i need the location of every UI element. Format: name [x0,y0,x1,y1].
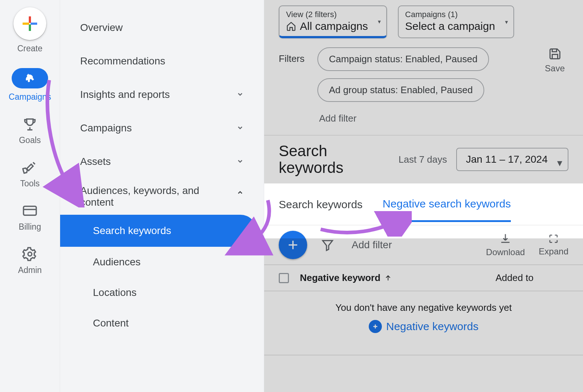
svg-rect-4 [24,206,36,215]
chevron-up-icon [236,185,244,199]
column-negative-keyword[interactable]: Negative keyword [300,272,485,284]
sidebar-label: Assets [80,156,111,167]
save-icon [548,47,562,60]
rail-campaigns[interactable]: Campaigns [9,68,51,102]
sidebar-label: Recommendations [80,55,165,67]
dropdown-icon: ▾ [505,19,508,25]
sidebar: Overview Recommendations Insights and re… [60,0,264,392]
add-filter-link[interactable]: Add filter [317,109,532,124]
table-header: Negative keyword Added to [264,265,583,291]
expand-icon [548,233,559,244]
plus-multicolor-icon [13,7,46,40]
filter-icon[interactable] [321,238,334,252]
toolbar-label: Download [486,247,525,257]
sidebar-label: Overview [80,22,123,33]
svg-rect-1 [29,24,31,31]
gear-icon [22,246,38,262]
rail-tools[interactable]: Tools [20,160,40,189]
sidebar-subitem-search-keywords[interactable]: Search keywords [60,215,257,247]
svg-rect-7 [552,49,556,52]
tools-icon [22,160,38,175]
column-label: Negative keyword [300,272,380,284]
campaign-selector[interactable]: Campaigns (1) Select a campaign ▾ [398,5,514,38]
view-subtitle: View (2 filters) [286,10,368,19]
sidebar-item-assets[interactable]: Assets [60,145,264,178]
sidebar-label: Insights and reports [80,89,170,100]
svg-rect-3 [31,23,37,25]
view-value: Select a campaign [405,20,495,32]
download-icon [499,233,512,245]
date-range-selector[interactable]: Jan 11 – 17, 2024 ▾ [456,148,568,171]
tabs: Search keywords Negative search keywords [264,183,583,225]
svg-rect-2 [23,23,29,25]
sidebar-item-overview[interactable]: Overview [60,11,264,44]
svg-rect-0 [29,16,31,23]
download-button[interactable]: Download [486,233,525,257]
rail-goals[interactable]: Goals [19,116,41,145]
column-added-to[interactable]: Added to [496,272,568,284]
view-subtitle: Campaigns (1) [405,10,495,19]
tab-negative-search-keywords[interactable]: Negative search keywords [383,198,511,222]
rail-admin[interactable]: Admin [18,246,42,275]
sidebar-item-recommendations[interactable]: Recommendations [60,44,264,78]
add-button[interactable] [279,231,307,259]
select-all-checkbox[interactable] [279,273,289,283]
nav-rail: Create Campaigns Goals Tools [0,0,60,392]
filter-chip-adgroup-status[interactable]: Ad group status: Enabled, Paused [317,78,485,102]
rail-label: Create [17,44,42,54]
sidebar-item-audiences-keywords[interactable]: Audiences, keywords, and content [60,178,264,215]
negative-keywords-button[interactable]: Negative keywords [369,320,478,333]
sidebar-label: Content [93,317,129,329]
filters-label: Filters [279,47,305,64]
rail-label: Campaigns [9,92,51,102]
sidebar-label: Audiences, keywords, and content [80,185,219,208]
sidebar-item-campaigns[interactable]: Campaigns [60,111,264,145]
empty-link-label: Negative keywords [386,320,478,333]
rail-create[interactable]: Create [13,7,46,54]
dropdown-icon: ▾ [557,157,562,169]
rail-label: Billing [19,222,41,232]
svg-marker-11 [323,241,333,250]
sidebar-label: Locations [93,287,137,298]
filter-chip-campaign-status[interactable]: Campaign status: Enabled, Paused [317,47,489,71]
sidebar-subitem-audiences[interactable]: Audiences [60,247,264,277]
rail-billing[interactable]: Billing [19,203,41,232]
rail-label: Tools [20,179,40,189]
date-range-label: Last 7 days [399,154,447,165]
save-button[interactable]: Save [545,47,568,74]
arrow-up-icon [384,274,392,282]
view-selector[interactable]: View (2 filters) All campaigns ▾ [279,5,387,38]
main-content: View (2 filters) All campaigns ▾ Campaig… [264,0,583,392]
trophy-icon [22,116,38,132]
expand-button[interactable]: Expand [539,233,568,257]
credit-card-icon [22,203,38,218]
sidebar-subitem-locations[interactable]: Locations [60,277,264,308]
chevron-down-icon [236,122,244,134]
svg-point-6 [28,252,32,256]
sidebar-item-insights[interactable]: Insights and reports [60,78,264,111]
rail-label: Admin [18,265,42,275]
sidebar-label: Campaigns [80,122,132,134]
toolbar-label: Expand [539,246,568,257]
view-value: All campaigns [300,20,368,32]
rail-label: Goals [19,135,41,145]
column-label: Added to [496,272,533,284]
dropdown-icon: ▾ [378,18,381,25]
plus-circle-icon [369,320,382,333]
empty-state: You don't have any negative keywords yet… [264,291,583,355]
svg-rect-8 [552,55,557,59]
sidebar-subitem-content[interactable]: Content [60,308,264,338]
tab-search-keywords[interactable]: Search keywords [279,198,363,221]
megaphone-icon [12,68,48,88]
save-label: Save [545,63,565,74]
sidebar-label: Audiences [93,256,141,268]
page-title: Search keywords [279,143,373,176]
date-range-value: Jan 11 – 17, 2024 [466,154,548,165]
empty-message: You don't have any negative keywords yet [264,302,583,313]
add-filter-input[interactable]: Add filter [352,239,392,251]
plus-icon [286,238,300,252]
home-icon [286,21,296,31]
chevron-down-icon [236,89,244,100]
chevron-down-icon [236,156,244,167]
sidebar-label: Search keywords [93,225,171,236]
